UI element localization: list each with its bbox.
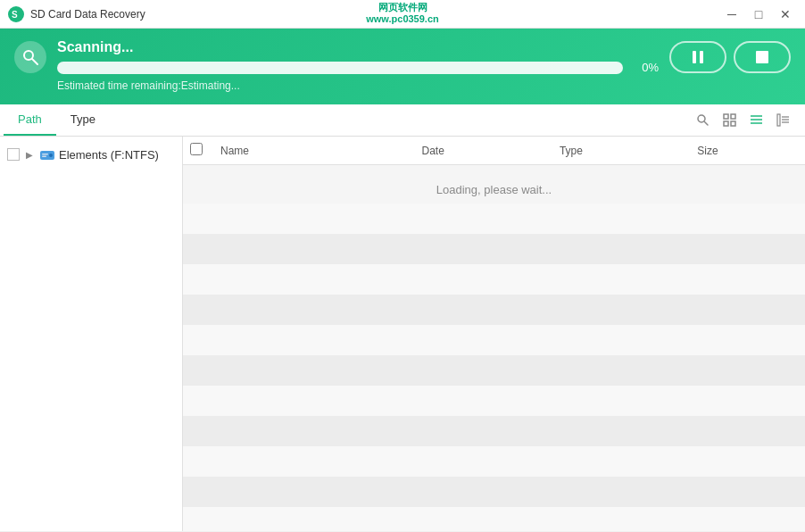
empty-row bbox=[183, 204, 805, 234]
empty-row bbox=[183, 325, 805, 355]
pause-button[interactable] bbox=[669, 41, 726, 73]
tab-type[interactable]: Type bbox=[56, 104, 110, 136]
svg-rect-9 bbox=[724, 114, 728, 119]
svg-line-3 bbox=[32, 59, 37, 64]
tree-checkbox-elements[interactable] bbox=[7, 148, 20, 161]
progress-bar-background bbox=[57, 62, 623, 74]
app-logo: S bbox=[7, 5, 25, 23]
tree-expand-elements[interactable]: ▶ bbox=[23, 148, 36, 161]
restore-button[interactable]: □ bbox=[746, 4, 771, 24]
loading-message: Loading, please wait... bbox=[183, 183, 805, 196]
estimated-time: Estimated time remaining:Estimating... bbox=[14, 79, 791, 92]
search-files-button[interactable] bbox=[691, 109, 714, 132]
view-toggle-icons bbox=[684, 104, 801, 136]
header-checkbox-col bbox=[190, 143, 215, 158]
empty-row bbox=[183, 507, 805, 531]
tab-path[interactable]: Path bbox=[4, 104, 56, 136]
svg-point-7 bbox=[698, 115, 705, 122]
grid-view-button[interactable] bbox=[718, 109, 741, 132]
empty-row bbox=[183, 264, 805, 295]
scan-search-icon bbox=[14, 41, 46, 73]
app-title: SD Card Data Recovery bbox=[30, 8, 671, 21]
minimize-button[interactable]: ─ bbox=[719, 4, 744, 24]
menu-icon[interactable]: ☰ bbox=[696, 5, 709, 22]
header-action-icons: ⚙ ☰ bbox=[671, 5, 709, 22]
drive-icon bbox=[39, 146, 55, 162]
header-name: Name bbox=[215, 145, 417, 157]
sidebar: ▶ Elements (F:NTFS) bbox=[0, 137, 183, 531]
svg-point-21 bbox=[49, 154, 53, 157]
empty-row bbox=[183, 234, 805, 264]
detail-view-button[interactable] bbox=[771, 109, 794, 132]
svg-rect-23 bbox=[42, 156, 46, 158]
tree-label-elements: Elements (F:NTFS) bbox=[59, 148, 159, 162]
file-list: Name Date Type Size Loading, please wait… bbox=[183, 137, 805, 531]
watermark: 网页软件网 www.pc0359.cn bbox=[366, 2, 439, 25]
empty-row bbox=[183, 386, 805, 416]
tab-bar: Path Type bbox=[0, 104, 805, 137]
empty-row bbox=[183, 416, 805, 446]
empty-row bbox=[183, 295, 805, 325]
file-list-body: Loading, please wait... bbox=[183, 165, 805, 531]
stop-button[interactable] bbox=[734, 41, 791, 73]
header-type: Type bbox=[554, 145, 692, 157]
scan-header: Scanning... 0% Estimated time re bbox=[0, 29, 805, 104]
file-list-header: Name Date Type Size bbox=[183, 137, 805, 165]
header-date: Date bbox=[417, 145, 554, 157]
svg-rect-10 bbox=[731, 114, 735, 119]
svg-rect-22 bbox=[42, 154, 48, 155]
svg-line-8 bbox=[704, 122, 708, 126]
scan-info: Scanning... 0% bbox=[57, 39, 659, 74]
header-size: Size bbox=[692, 145, 798, 157]
progress-percentage: 0% bbox=[632, 61, 659, 74]
list-view-button[interactable] bbox=[744, 109, 768, 132]
svg-rect-4 bbox=[693, 51, 696, 63]
svg-rect-5 bbox=[700, 51, 703, 63]
title-bar: S SD Card Data Recovery 网页软件网 www.pc0359… bbox=[0, 0, 805, 29]
scan-title: Scanning... bbox=[57, 39, 659, 55]
svg-rect-16 bbox=[777, 114, 780, 126]
select-all-checkbox[interactable] bbox=[190, 143, 203, 155]
empty-rows bbox=[183, 204, 805, 531]
empty-row bbox=[183, 446, 805, 477]
svg-rect-11 bbox=[724, 121, 728, 126]
svg-rect-6 bbox=[756, 51, 768, 63]
window-controls: ─ □ ✕ bbox=[719, 4, 798, 24]
svg-text:S: S bbox=[12, 10, 18, 20]
empty-row bbox=[183, 355, 805, 386]
svg-rect-12 bbox=[731, 121, 735, 126]
settings-icon[interactable]: ⚙ bbox=[671, 5, 684, 22]
tree-item-elements[interactable]: ▶ Elements (F:NTFS) bbox=[0, 142, 182, 167]
main-content: ▶ Elements (F:NTFS) Name Date Type Size … bbox=[0, 137, 805, 531]
empty-row bbox=[183, 477, 805, 507]
close-button[interactable]: ✕ bbox=[773, 4, 798, 24]
scan-controls bbox=[669, 41, 791, 73]
